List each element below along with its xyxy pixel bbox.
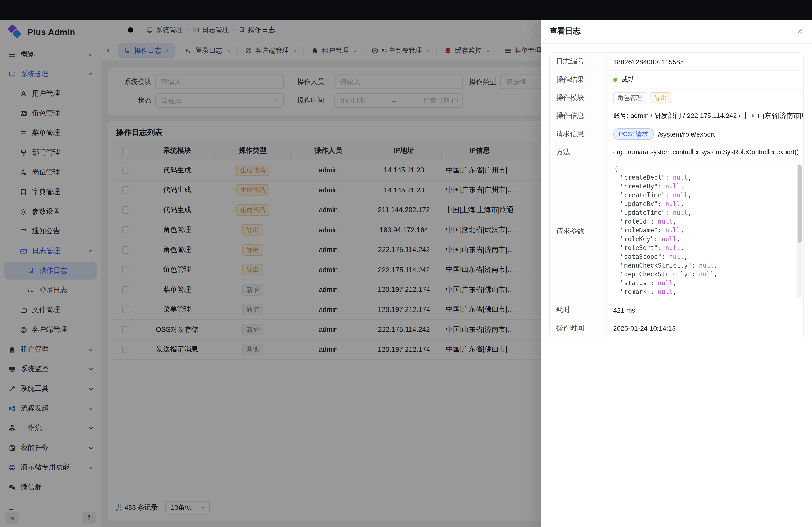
code-line: updateTime: null, <box>614 209 790 217</box>
log-id-value: 1882612840802115585 <box>607 53 803 70</box>
drawer-title: 查看日志 <box>549 26 581 36</box>
action-tag: 导出 <box>651 92 671 104</box>
detail-row-result: 操作结果 成功 <box>550 71 803 89</box>
code-line: status: null, <box>614 279 790 288</box>
module-tag: 角色管理 <box>613 92 646 104</box>
code-scrollbar-thumb[interactable] <box>797 165 801 243</box>
code-line: createTime: null, <box>614 191 790 200</box>
log-detail-table: 日志编号 1882612840802115585 操作结果 成功 操作模块 角色… <box>549 52 804 337</box>
detail-row-module: 操作模块 角色管理 导出 <box>550 89 803 107</box>
drawer-header: 查看日志 <box>541 20 812 44</box>
info-label: 操作信息 <box>550 107 607 125</box>
indent-guide <box>616 175 616 296</box>
time-label: 操作时间 <box>550 319 607 337</box>
request-label: 请求信息 <box>550 125 607 143</box>
detail-row-method: 方法 org.dromara.system.controller.system.… <box>550 144 803 161</box>
request-params-code[interactable]: { createDept: null, createBy: null, crea… <box>607 161 803 301</box>
code-open-brace: { <box>614 165 790 174</box>
success-dot-icon <box>613 77 617 81</box>
duration-label: 耗时 <box>550 301 607 319</box>
method-value: org.dromara.system.controller.system.Sys… <box>607 144 803 161</box>
detail-row-time: 操作时间 2025-01-24 10:14:13 <box>550 319 803 337</box>
request-url: /system/role/export <box>658 130 715 138</box>
code-line: roleId: null, <box>614 217 790 226</box>
window-top-bar <box>0 0 812 20</box>
code-line: createBy: null, <box>614 182 790 191</box>
app-viewport: Plus Admin 概览 系统管理 用户管理 角色管理 <box>0 0 812 527</box>
drawer-body: 日志编号 1882612840802115585 操作结果 成功 操作模块 角色… <box>549 44 804 527</box>
code-line: roleSort: null, <box>614 244 790 253</box>
detail-row-info: 操作信息 账号: admin / 研发部门 / 222.175.114.242 … <box>550 107 803 125</box>
detail-row-duration: 耗时 421 ms <box>550 301 803 319</box>
code-line: dataScope: null, <box>614 253 790 261</box>
info-value: 账号: admin / 研发部门 / 222.175.114.242 / 中国|… <box>607 107 803 125</box>
module-label: 操作模块 <box>550 89 607 107</box>
close-icon[interactable] <box>796 28 804 35</box>
post-method-tag: POST请求 <box>613 128 654 140</box>
method-label: 方法 <box>550 144 607 161</box>
time-value: 2025-01-24 10:14:13 <box>607 319 803 337</box>
result-value: 成功 <box>621 75 635 84</box>
code-line: menuCheckStrictly: null, <box>614 261 790 270</box>
code-scrollbar[interactable] <box>797 164 802 298</box>
detail-row-params: 请求参数 { createDept: null, createBy: null, <box>550 161 803 301</box>
duration-value: 421 ms <box>607 301 803 319</box>
code-lines: createDept: null, createBy: null, create… <box>614 174 790 297</box>
code-line: createDept: null, <box>614 174 790 182</box>
code-line: roleName: null, <box>614 226 790 235</box>
code-line: remark: null, <box>614 288 790 297</box>
detail-row-log-id: 日志编号 1882612840802115585 <box>550 53 803 71</box>
code-line: roleKey: null, <box>614 235 790 244</box>
detail-row-request: 请求信息 POST请求 /system/role/export <box>550 125 803 144</box>
code-line: deptCheckStrictly: null, <box>614 270 790 279</box>
result-label: 操作结果 <box>550 71 607 89</box>
view-log-drawer: 查看日志 日志编号 1882612840802115585 操作结果 成功 操作… <box>541 20 812 527</box>
log-id-label: 日志编号 <box>550 53 607 70</box>
code-line: updateBy: null, <box>614 200 790 209</box>
params-label: 请求参数 <box>550 161 607 301</box>
